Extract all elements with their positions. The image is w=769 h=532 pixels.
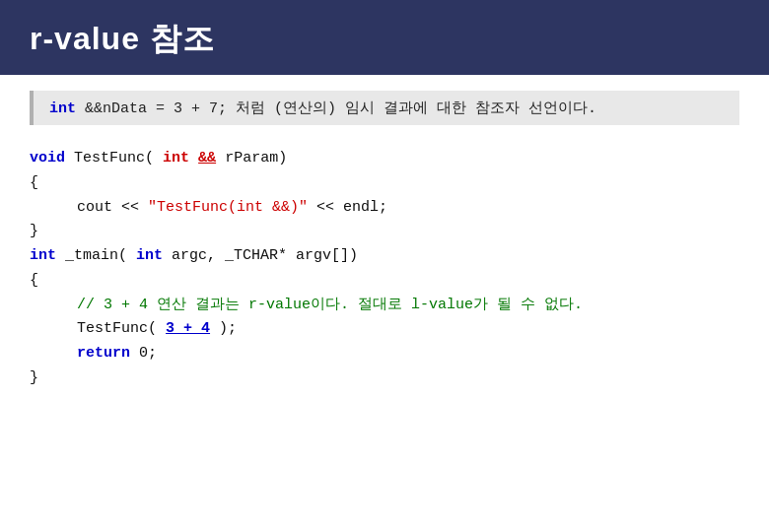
kw-int: int bbox=[49, 100, 76, 117]
code-line-1: void TestFunc( int && rParam) bbox=[30, 147, 739, 171]
kw-int-2: int bbox=[30, 247, 56, 264]
string-literal: "TestFunc(int &&)" bbox=[148, 199, 308, 216]
tmain-sig: _tmain( bbox=[65, 247, 127, 264]
code-line-3: cout << "TestFunc(int &&)" << endl; bbox=[77, 196, 739, 221]
code-line-4: } bbox=[30, 220, 739, 244]
code-line-5: int _tmain( int argc, _TCHAR* argv[]) bbox=[30, 244, 739, 269]
cout-kw: cout << bbox=[77, 199, 148, 216]
slide-header: r-value 참조 bbox=[0, 0, 769, 75]
code-line-6: { bbox=[30, 269, 739, 294]
slide-content: int &&nData = 3 + 7; 처럼 (연산의) 임시 결과에 대한 … bbox=[0, 75, 769, 407]
param-name: rParam) bbox=[225, 150, 287, 166]
code-line-2: { bbox=[30, 171, 739, 196]
code-line-10: } bbox=[30, 366, 739, 391]
kw-return: return bbox=[77, 345, 130, 362]
call-end: ); bbox=[219, 320, 237, 337]
code-block: void TestFunc( int && rParam) { cout << … bbox=[30, 147, 739, 391]
func-name: TestFunc( bbox=[74, 150, 154, 166]
highlight-box: int &&nData = 3 + 7; 처럼 (연산의) 임시 결과에 대한 … bbox=[30, 91, 739, 125]
code-line-8: TestFunc( 3 + 4 ); bbox=[77, 317, 739, 342]
slide: r-value 참조 int &&nData = 3 + 7; 처럼 (연산의)… bbox=[0, 0, 769, 532]
slide-title: r-value 참조 bbox=[30, 18, 215, 61]
code-line-9: return 0; bbox=[77, 342, 739, 366]
kw-int-red: int bbox=[163, 150, 189, 166]
highlight-rest: &&nData = 3 + 7; 처럼 (연산의) 임시 결과에 대한 참조자 … bbox=[85, 100, 596, 117]
kw-void: void bbox=[30, 150, 65, 166]
testfunc-call: TestFunc( bbox=[77, 320, 157, 337]
underline-expr: 3 + 4 bbox=[166, 320, 210, 337]
kw-int-3: int bbox=[136, 247, 163, 264]
highlight-text: int &&nData = 3 + 7; 처럼 (연산의) 임시 결과에 대한 … bbox=[49, 100, 596, 117]
tmain-args: argc, _TCHAR* argv[]) bbox=[172, 247, 358, 264]
ref-ampersand: && bbox=[198, 150, 216, 166]
endl-part: << endl; bbox=[316, 199, 387, 216]
code-line-7: // 3 + 4 연산 결과는 r-value이다. 절대로 l-value가 … bbox=[77, 294, 739, 318]
return-val: 0; bbox=[139, 345, 157, 362]
